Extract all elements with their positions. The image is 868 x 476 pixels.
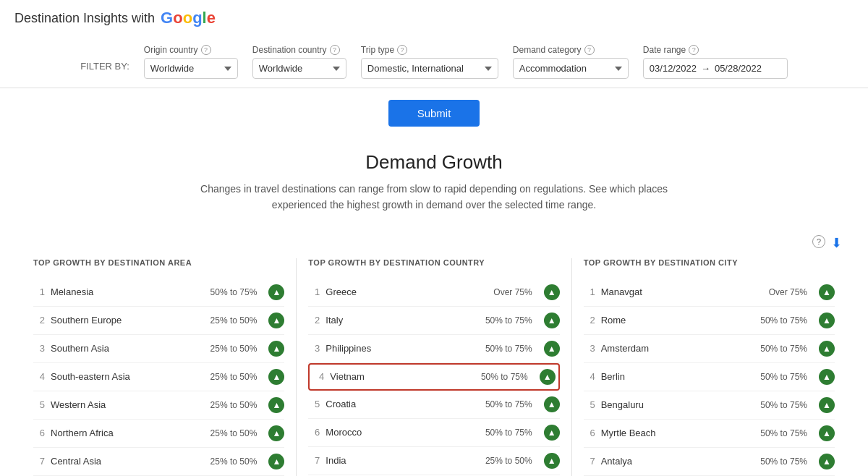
up-arrow-icon: ▲ (544, 396, 560, 412)
demand-category-select[interactable]: Accommodation (513, 58, 629, 79)
trip-type-info-icon[interactable]: ? (397, 45, 407, 55)
origin-country-select[interactable]: Worldwide (144, 58, 238, 79)
item-number: 3 (308, 343, 320, 354)
destination-country-label: Destination country ? (252, 45, 346, 55)
demand-category-info-icon[interactable]: ? (584, 45, 595, 55)
up-arrow-icon: ▲ (268, 313, 284, 328)
list-item: 5 Croatia 50% to 75% ▲ (308, 391, 559, 419)
up-arrow-icon: ▲ (268, 341, 284, 357)
list-item: 2 Italy 50% to 75% ▲ (308, 307, 559, 335)
item-range: 25% to 50% (210, 344, 258, 354)
item-range: Over 75% (493, 287, 532, 297)
list-item: 2 Southern Europe 25% to 50% ▲ (33, 307, 284, 335)
date-range-display[interactable]: 03/12/2022 → 05/28/2022 (643, 58, 788, 79)
up-arrow-icon: ▲ (268, 454, 284, 469)
item-range: 25% to 50% (210, 456, 258, 467)
list-item: 3 Philippines 50% to 75% ▲ (308, 335, 559, 363)
up-arrow-icon: ▲ (544, 284, 560, 300)
trip-type-label: Trip type ? (361, 45, 498, 55)
destination-country-info-icon[interactable]: ? (330, 45, 340, 55)
page-title: Demand Growth (0, 138, 868, 181)
item-number: 7 (308, 455, 320, 466)
columns-wrapper: TOP GROWTH BY DESTINATION AREA 1 Melanes… (7, 235, 861, 476)
item-number: 4 (33, 371, 45, 382)
item-name: India (326, 455, 480, 466)
destination-country-select[interactable]: Worldwide (252, 58, 346, 79)
up-arrow-icon: ▲ (268, 425, 284, 441)
origin-country-info-icon[interactable]: ? (201, 45, 211, 55)
item-name: Greece (326, 286, 488, 297)
item-range: 50% to 75% (210, 287, 258, 297)
item-range: 50% to 75% (760, 372, 807, 382)
item-range: 50% to 75% (485, 344, 532, 354)
columns-container: ? ⬇ TOP GROWTH BY DESTINATION AREA 1 Mel… (0, 235, 868, 476)
item-range: 50% to 75% (760, 344, 807, 354)
header: Destination Insights with Google (0, 0, 868, 36)
submit-button[interactable]: Submit (388, 100, 480, 127)
demand-category-label: Demand category ? (513, 45, 629, 55)
item-range: 25% to 50% (210, 428, 258, 438)
item-number: 4 (584, 371, 595, 382)
item-name: Myrtle Beach (601, 428, 755, 438)
download-icon[interactable]: ⬇ (831, 235, 842, 251)
item-name: Croatia (326, 399, 480, 409)
item-range: 25% to 50% (210, 400, 258, 410)
list-item: 1 Manavgat Over 75% ▲ (584, 279, 835, 307)
city-column: TOP GROWTH BY DESTINATION CITY 1 Manavga… (572, 258, 846, 476)
item-number: 1 (33, 286, 45, 297)
item-number: 3 (584, 343, 595, 354)
trip-type-select[interactable]: Domestic, International (361, 58, 498, 79)
item-name: Morocco (326, 427, 480, 438)
item-name: Southern Europe (51, 315, 205, 326)
up-arrow-icon: ▲ (819, 369, 835, 385)
item-name: Southern Asia (51, 343, 205, 354)
item-range: 50% to 75% (760, 456, 807, 467)
item-name: South-eastern Asia (51, 371, 205, 382)
date-range-info-icon[interactable]: ? (689, 45, 699, 55)
item-number: 5 (584, 399, 595, 410)
list-item: 5 Western Asia 25% to 50% ▲ (33, 391, 284, 420)
list-item: 6 Morocco 50% to 75% ▲ (308, 419, 559, 447)
top-action-icons: ? ⬇ (812, 235, 842, 251)
item-range: 50% to 75% (485, 428, 532, 438)
item-name: Italy (326, 315, 480, 326)
area-column-header: TOP GROWTH BY DESTINATION AREA (33, 258, 284, 267)
city-column-header: TOP GROWTH BY DESTINATION CITY (584, 258, 835, 267)
up-arrow-icon: ▲ (819, 454, 835, 469)
country-column: TOP GROWTH BY DESTINATION COUNTRY 1 Gree… (297, 258, 571, 476)
date-range-label: Date range ? (643, 45, 788, 55)
google-logo: Google (161, 9, 216, 27)
item-name: Antalya (601, 456, 755, 467)
item-number: 7 (33, 456, 45, 467)
country-list: 1 Greece Over 75% ▲ 2 Italy 50% to 75% ▲… (308, 279, 559, 476)
up-arrow-icon: ▲ (540, 369, 556, 385)
origin-country-label: Origin country ? (144, 45, 238, 55)
help-icon[interactable]: ? (812, 235, 825, 248)
item-number: 2 (584, 315, 595, 326)
item-range: 25% to 50% (210, 315, 258, 326)
filter-by-label: FILTER BY: (80, 45, 129, 72)
page-subtitle: Changes in travel destinations can range… (188, 181, 680, 213)
item-name: Vietnam (330, 371, 475, 382)
destination-country-group: Destination country ? Worldwide (252, 45, 346, 79)
up-arrow-icon: ▲ (544, 313, 560, 328)
list-item: 2 Rome 50% to 75% ▲ (584, 307, 835, 335)
item-name: Western Asia (51, 399, 205, 410)
area-list: 1 Melanesia 50% to 75% ▲ 2 Southern Euro… (33, 279, 284, 476)
list-item: 7 India 25% to 50% ▲ (308, 447, 559, 475)
country-column-header: TOP GROWTH BY DESTINATION COUNTRY (308, 258, 559, 267)
list-item: 7 Central Asia 25% to 50% ▲ (33, 448, 284, 476)
up-arrow-icon: ▲ (268, 369, 284, 385)
up-arrow-icon: ▲ (819, 313, 835, 328)
list-item: 6 Northern Africa 25% to 50% ▲ (33, 420, 284, 448)
up-arrow-icon: ▲ (544, 453, 560, 469)
item-range: Over 75% (769, 287, 807, 297)
up-arrow-icon: ▲ (268, 397, 284, 413)
list-item: 6 Myrtle Beach 50% to 75% ▲ (584, 420, 835, 448)
item-number: 6 (584, 428, 595, 438)
up-arrow-icon: ▲ (819, 284, 835, 300)
item-name: Melanesia (51, 286, 205, 297)
item-range: 50% to 75% (481, 372, 528, 382)
list-item: 4 Berlin 50% to 75% ▲ (584, 363, 835, 391)
item-number: 7 (584, 456, 595, 467)
